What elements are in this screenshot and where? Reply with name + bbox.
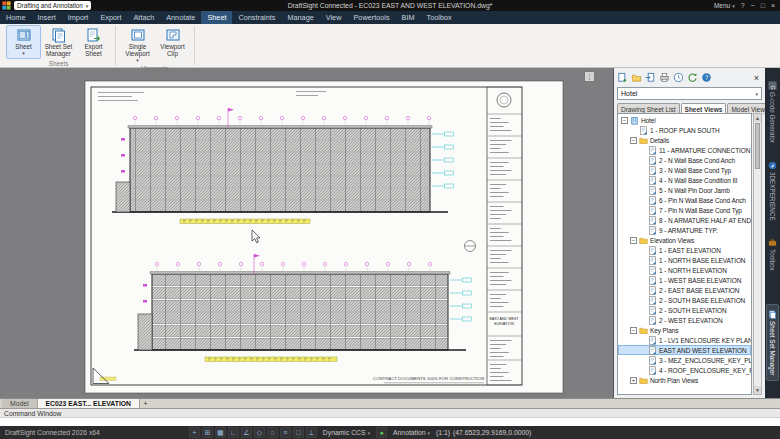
collapse-icon[interactable]: − — [621, 117, 628, 124]
tree-item-4-n-wall-base-condition-iii[interactable]: 4 - N Wall Base Condition III — [618, 175, 751, 185]
tree-item-3-mez-enclosure-key-plan[interactable]: 3 - MEZ_ENCLOSURE_KEY_PLAN — [618, 355, 751, 365]
tree-item-4-roof-enclosure-key-plan[interactable]: 4 - ROOF_ENCLOSURE_KEY_PLAN — [618, 365, 751, 375]
tree-item-1-east-elevation[interactable]: 1 - EAST ELEVATION — [618, 245, 751, 255]
tree-item-6-pin-n-wall-base-cond-anch[interactable]: 6 - Pin N Wall Base Cond Anch — [618, 195, 751, 205]
tree-item-5-n-wall-pin-door-jamb[interactable]: 5 - N Wall Pin Door Jamb — [618, 185, 751, 195]
side-tab-3dexperience[interactable]: 3DEXPERIENCE — [766, 155, 779, 227]
tree-item-7-pin-n-wall-base-cond-typ[interactable]: 7 - Pin N Wall Base Cond Typ — [618, 205, 751, 215]
add-sheet-button[interactable]: + — [140, 399, 151, 408]
export-sheet-button[interactable]: Export Sheet — [76, 25, 111, 59]
single-viewport-button[interactable]: Single Viewport — [120, 25, 155, 64]
ribbon-tab-view[interactable]: View — [320, 11, 348, 24]
lineweight-icon[interactable]: ≡ — [280, 427, 291, 438]
help-icon[interactable]: ? — [700, 71, 713, 84]
ortho-icon[interactable]: ∟ — [228, 427, 239, 438]
open-sheet-set-icon[interactable] — [630, 71, 643, 84]
esnap-icon[interactable]: ◇ — [254, 427, 265, 438]
tree-item-2-west-elevation[interactable]: 2 - WEST ELEVATION — [618, 315, 751, 325]
tree-item-details[interactable]: −Details — [618, 135, 751, 145]
ribbon-tab-import[interactable]: Import — [62, 11, 95, 24]
ribbon-tab-export[interactable]: Export — [94, 11, 127, 24]
annotation-scale-button[interactable]: Annotation — [390, 429, 433, 436]
drawing-canvas[interactable]: CONTRACT DOCUMENTS 100% FOR CONSTRUCTION… — [0, 68, 613, 398]
tree-indent[interactable] — [639, 177, 646, 184]
viewport-clip-button[interactable]: Viewport Clip — [155, 25, 190, 64]
tree-indent[interactable] — [639, 207, 646, 214]
tree-indent[interactable] — [639, 217, 646, 224]
tree-indent[interactable] — [639, 317, 646, 324]
tree-item-8-n-armature-half-at-end-typ[interactable]: 8 - N ARMATURE HALF AT END TYP — [618, 215, 751, 225]
print-preview-icon[interactable] — [658, 71, 671, 84]
ribbon-tab-insert[interactable]: Insert — [31, 11, 61, 24]
tree-indent[interactable] — [639, 267, 646, 274]
tree-indent[interactable] — [639, 187, 646, 194]
snap-icon[interactable]: ⊞ — [202, 427, 213, 438]
ribbon-tab-toolbox[interactable]: Toolbox — [421, 11, 458, 24]
tree-item-1-west-base-elevation[interactable]: 1 - WEST BASE ELEVATION — [618, 275, 751, 285]
scrollbar-thumb[interactable] — [755, 123, 760, 169]
help-icon[interactable]: ? — [741, 1, 745, 10]
tree-item-2-south-base-elevation[interactable]: 2 - SOUTH BASE ELEVATION — [618, 295, 751, 305]
panel-collapse-icon[interactable]: ⋮ — [584, 71, 595, 82]
new-sheet-set-icon[interactable] — [616, 71, 629, 84]
side-tab-sheet-set-manager[interactable]: Sheet Set Manager — [766, 304, 779, 381]
tree-item-key-plans[interactable]: −Key Plans — [618, 325, 751, 335]
tree-indent[interactable] — [639, 367, 646, 374]
etrack-icon[interactable]: ○ — [267, 427, 278, 438]
pointer-icon[interactable]: + — [189, 427, 200, 438]
scroll-up-icon[interactable] — [754, 114, 761, 122]
collapse-icon[interactable]: − — [630, 327, 637, 334]
tree-indent[interactable] — [639, 167, 646, 174]
close-icon[interactable]: × — [750, 71, 763, 84]
ribbon-tab-powertools[interactable]: Powertools — [347, 11, 395, 24]
recent-sheets-icon[interactable] — [672, 71, 685, 84]
tab-layout-active[interactable]: EC023 EAST... ELEVATION — [38, 399, 141, 408]
workspace-selector[interactable]: Drafting and Annotation — [14, 1, 91, 10]
tree-item-2-n-wall-base-cond-anch[interactable]: 2 - N Wall Base Cond Anch — [618, 155, 751, 165]
maximize-icon[interactable]: □ — [761, 1, 765, 10]
dynamic-input-icon[interactable]: ⊥ — [306, 427, 317, 438]
tree-item-north-plan-views[interactable]: +North Plan Views — [618, 375, 751, 385]
collapse-icon[interactable]: − — [630, 237, 637, 244]
tree-item-hotel[interactable]: −Hotel — [618, 115, 751, 125]
close-icon[interactable]: × — [771, 1, 775, 10]
dynamic-ccs-button[interactable]: Dynamic CCS — [320, 429, 373, 436]
ribbon-tab-home[interactable]: Home — [0, 11, 31, 24]
tree-item-1-north-base-elevation[interactable]: 1 - NORTH BASE ELEVATION — [618, 255, 751, 265]
ribbon-tab-constraints[interactable]: Constraints — [232, 11, 281, 24]
collapse-icon[interactable]: − — [630, 137, 637, 144]
tree-item-2-east-base-elevation[interactable]: 2 - EAST BASE ELEVATION — [618, 285, 751, 295]
tree-indent[interactable] — [639, 297, 646, 304]
tree-indent[interactable] — [639, 277, 646, 284]
sheet-set-selector[interactable]: Hotel — [617, 87, 762, 100]
tree-indent[interactable] — [639, 197, 646, 204]
ribbon-tab-annotate[interactable]: Annotate — [160, 11, 201, 24]
side-tab-g-code-generator[interactable]: GG-code Generator — [766, 75, 779, 149]
tab-model[interactable]: Model — [2, 399, 38, 408]
tree-indent[interactable] — [639, 337, 646, 344]
tree-item-elevation-views[interactable]: −Elevation Views — [618, 235, 751, 245]
tree-item-east-and-west-elevation[interactable]: EAST AND WEST ELEVATION — [618, 345, 751, 355]
tree-indent[interactable] — [639, 247, 646, 254]
ribbon-tab-bim[interactable]: BIM — [396, 11, 421, 24]
tree-indent[interactable] — [639, 227, 646, 234]
tree-scrollbar[interactable] — [753, 113, 762, 395]
sheet-button[interactable]: Sheet — [6, 25, 41, 59]
menu-button[interactable]: Menu — [714, 2, 735, 9]
tree-indent[interactable] — [639, 157, 646, 164]
ribbon-tab-manage[interactable]: Manage — [281, 11, 319, 24]
sheet-set-manager-button[interactable]: Sheet Set Manager — [41, 25, 76, 59]
tree-item-2-south-elevation[interactable]: 2 - SOUTH ELEVATION — [618, 305, 751, 315]
tree-item-11-armature-connection-to-column[interactable]: 11 - ARMATURE CONNECTION TO COLUMN — [618, 145, 751, 155]
tree-item-9-armature-typ[interactable]: 9 - ARMATURE TYP. — [618, 225, 751, 235]
expand-icon[interactable]: + — [630, 377, 637, 384]
import-sheet-icon[interactable] — [644, 71, 657, 84]
ribbon-tab-sheet[interactable]: Sheet — [201, 11, 232, 24]
tree-indent[interactable] — [639, 357, 646, 364]
grid-icon[interactable]: ▦ — [215, 427, 226, 438]
tree-item-1-roof-plan-south[interactable]: 1 - ROOF PLAN SOUTH — [618, 125, 751, 135]
tree-item-1-lv1-enclosure-key-plan[interactable]: 1 - LV1 ENCLOSURE KEY PLAN — [618, 335, 751, 345]
tree-indent[interactable] — [639, 307, 646, 314]
polar-icon[interactable]: ∠ — [241, 427, 252, 438]
tree-item-1-north-elevation[interactable]: 1 - NORTH ELEVATION — [618, 265, 751, 275]
